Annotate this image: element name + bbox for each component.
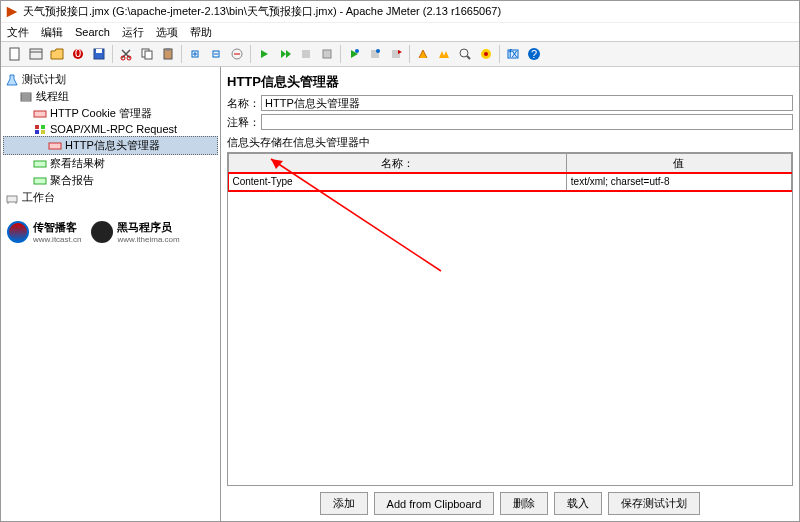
- button-row: 添加 Add from Clipboard 删除 载入 保存测试计划: [227, 486, 793, 521]
- collapse-icon[interactable]: [206, 44, 226, 64]
- svg-rect-38: [34, 111, 46, 117]
- svg-line-27: [467, 56, 470, 59]
- stop-icon[interactable]: [296, 44, 316, 64]
- config-icon: [48, 140, 62, 152]
- listener-icon: [33, 175, 47, 187]
- add-button[interactable]: 添加: [320, 492, 368, 515]
- remote-stop-icon[interactable]: [365, 44, 385, 64]
- svg-rect-41: [35, 130, 39, 134]
- sampler-icon: [33, 123, 47, 135]
- load-button[interactable]: 载入: [554, 492, 602, 515]
- tree-viewresults[interactable]: 察看结果树: [3, 155, 218, 172]
- save-button[interactable]: 保存测试计划: [608, 492, 700, 515]
- name-input[interactable]: [261, 95, 793, 111]
- svg-rect-39: [35, 125, 39, 129]
- search-icon[interactable]: [455, 44, 475, 64]
- menu-search[interactable]: Search: [75, 26, 110, 38]
- remote-start-icon[interactable]: [344, 44, 364, 64]
- svg-rect-46: [7, 196, 17, 202]
- svg-rect-45: [34, 178, 46, 184]
- expand-icon[interactable]: [185, 44, 205, 64]
- menu-file[interactable]: 文件: [7, 25, 29, 40]
- menu-run[interactable]: 运行: [122, 25, 144, 40]
- tree-aggregate[interactable]: 聚合报告: [3, 172, 218, 189]
- reset-search-icon[interactable]: [476, 44, 496, 64]
- col-name[interactable]: 名称：: [229, 154, 567, 174]
- comment-input[interactable]: [261, 114, 793, 130]
- clearall-icon[interactable]: [434, 44, 454, 64]
- toggle-icon[interactable]: [227, 44, 247, 64]
- svg-rect-1: [30, 49, 42, 59]
- svg-rect-10: [145, 51, 152, 59]
- start-noTimers-icon[interactable]: [275, 44, 295, 64]
- svg-text:0: 0: [75, 47, 81, 59]
- svg-rect-40: [41, 125, 45, 129]
- svg-rect-44: [34, 161, 46, 167]
- config-icon: [33, 108, 47, 120]
- toolbar: 0 fx ?: [1, 41, 799, 67]
- shutdown-icon[interactable]: [317, 44, 337, 64]
- logo-itcast: 传智播客www.itcast.cn: [7, 220, 81, 244]
- tree-header[interactable]: HTTP信息头管理器: [3, 136, 218, 155]
- window-title: 天气预报接口.jmx (G:\apache-jmeter-2.13\bin\天气…: [23, 4, 501, 19]
- spool-icon: [19, 91, 33, 103]
- logo-itheima: 黑马程序员www.itheima.com: [91, 220, 179, 244]
- svg-text:fx: fx: [509, 47, 518, 59]
- titlebar: 天气预报接口.jmx (G:\apache-jmeter-2.13\bin\天气…: [1, 1, 799, 23]
- svg-rect-12: [166, 48, 170, 51]
- name-label: 名称：: [227, 96, 261, 111]
- svg-point-24: [376, 49, 380, 53]
- col-value[interactable]: 值: [566, 154, 791, 174]
- tree-cookie[interactable]: HTTP Cookie 管理器: [3, 105, 218, 122]
- paste-icon[interactable]: [158, 44, 178, 64]
- comment-label: 注释：: [227, 115, 261, 130]
- tree-testplan[interactable]: 测试计划: [3, 71, 218, 88]
- app-icon: [5, 5, 19, 19]
- tree-soap[interactable]: SOAP/XML-RPC Request: [3, 122, 218, 136]
- function-icon[interactable]: fx: [503, 44, 523, 64]
- listener-icon: [33, 158, 47, 170]
- menu-help[interactable]: 帮助: [190, 25, 212, 40]
- svg-rect-21: [323, 50, 331, 58]
- stored-label: 信息头存储在信息头管理器中: [227, 135, 793, 150]
- menubar: 文件 编辑 Search 运行 选项 帮助: [1, 23, 799, 41]
- cell-name[interactable]: Content-Type: [229, 174, 567, 190]
- start-icon[interactable]: [254, 44, 274, 64]
- svg-rect-6: [96, 49, 102, 53]
- flask-icon: [5, 74, 19, 86]
- menu-options[interactable]: 选项: [156, 25, 178, 40]
- copy-icon[interactable]: [137, 44, 157, 64]
- logos: 传智播客www.itcast.cn 黑马程序员www.itheima.com: [3, 216, 218, 248]
- svg-point-29: [484, 52, 488, 56]
- svg-point-26: [460, 49, 468, 57]
- workbench-icon: [5, 192, 19, 204]
- svg-rect-0: [10, 48, 19, 60]
- new-icon[interactable]: [5, 44, 25, 64]
- headers-table[interactable]: 名称： 值 Content-Type text/xml; charset=utf…: [227, 152, 793, 486]
- cell-value[interactable]: text/xml; charset=utf-8: [566, 174, 791, 190]
- svg-text:?: ?: [531, 48, 537, 60]
- tree-thread[interactable]: 线程组: [3, 88, 218, 105]
- remote-shut-icon[interactable]: [386, 44, 406, 64]
- help-icon[interactable]: ?: [524, 44, 544, 64]
- content-panel: HTTP信息头管理器 名称： 注释： 信息头存储在信息头管理器中 名称： 值 C…: [221, 67, 799, 521]
- svg-rect-43: [49, 143, 61, 149]
- clipboard-button[interactable]: Add from Clipboard: [374, 492, 495, 515]
- panel-title: HTTP信息头管理器: [227, 73, 793, 91]
- clear-icon[interactable]: [413, 44, 433, 64]
- open-icon[interactable]: [47, 44, 67, 64]
- svg-point-22: [355, 49, 359, 53]
- save-icon[interactable]: [89, 44, 109, 64]
- cut-icon[interactable]: [116, 44, 136, 64]
- delete-button[interactable]: 删除: [500, 492, 548, 515]
- menu-edit[interactable]: 编辑: [41, 25, 63, 40]
- close-icon[interactable]: 0: [68, 44, 88, 64]
- tree-panel: 测试计划 线程组 HTTP Cookie 管理器 SOAP/XML-RPC Re…: [1, 67, 221, 521]
- svg-rect-42: [41, 130, 45, 134]
- svg-rect-20: [302, 50, 310, 58]
- table-row[interactable]: Content-Type text/xml; charset=utf-8: [229, 174, 792, 190]
- templates-icon[interactable]: [26, 44, 46, 64]
- main-area: 测试计划 线程组 HTTP Cookie 管理器 SOAP/XML-RPC Re…: [1, 67, 799, 521]
- tree-workbench[interactable]: 工作台: [3, 189, 218, 206]
